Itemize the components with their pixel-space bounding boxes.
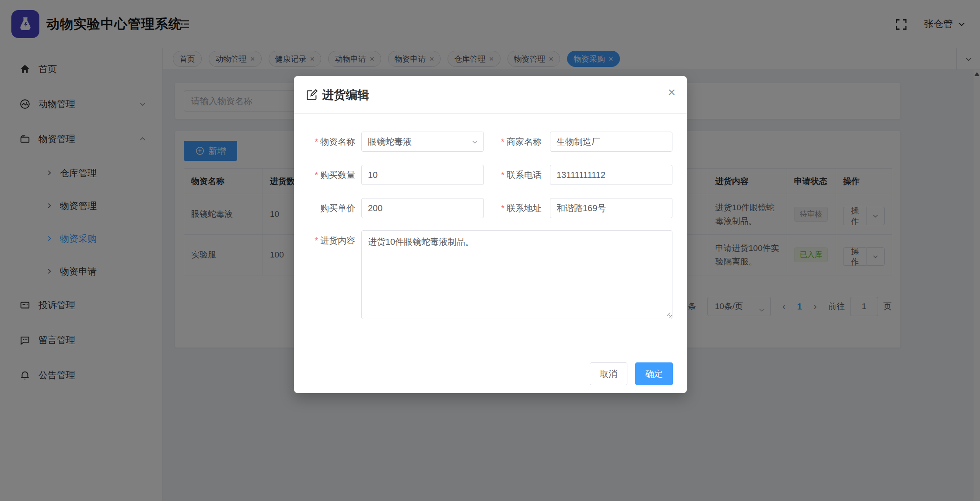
quantity-input[interactable] (361, 165, 484, 185)
field-label: 购买数量 (320, 169, 355, 181)
required-mark: * (501, 170, 504, 180)
field-material: *物资名称 (294, 132, 484, 152)
field-label: 购买单价 (320, 202, 355, 214)
price-input[interactable] (361, 198, 484, 218)
dialog-title: 进货编辑 (322, 76, 369, 114)
address-input[interactable] (550, 198, 672, 218)
close-dialog-icon[interactable]: × (668, 86, 676, 99)
field-label: 物资名称 (320, 136, 355, 148)
required-mark: * (315, 137, 318, 147)
field-quantity: *购买数量 (294, 165, 484, 185)
field-label: 联系电话 (507, 169, 542, 181)
field-label: 商家名称 (507, 136, 542, 148)
field-address: *联系地址 (487, 198, 672, 218)
field-price: *购买单价 (294, 198, 484, 218)
required-mark: * (315, 170, 318, 180)
edit-icon (306, 89, 318, 101)
content-textarea[interactable]: 进货10件眼镜蛇毒液制品。 (361, 230, 672, 319)
field-content: *进货内容 (294, 235, 355, 247)
confirm-button[interactable]: 确定 (635, 362, 673, 385)
required-mark: * (315, 236, 318, 246)
edit-dialog: 进货编辑 × *物资名称 *商家名称 *购买数量 *联系电话 (294, 76, 687, 393)
app-root: 动物实验中心管理系统 张仓管 首页 动物管理 物资管理 (0, 0, 980, 501)
required-mark: * (501, 137, 504, 147)
field-label: 进货内容 (320, 235, 355, 247)
field-label: 联系地址 (507, 202, 542, 214)
merchant-input[interactable] (550, 132, 672, 152)
material-select[interactable] (361, 132, 484, 152)
dialog-footer: 取消 确定 (590, 362, 673, 385)
dialog-header: 进货编辑 × (294, 76, 687, 114)
phone-input[interactable] (550, 165, 672, 185)
cancel-button[interactable]: 取消 (590, 362, 627, 385)
field-merchant: *商家名称 (487, 132, 672, 152)
field-phone: *联系电话 (487, 165, 672, 185)
required-mark: * (501, 203, 504, 213)
